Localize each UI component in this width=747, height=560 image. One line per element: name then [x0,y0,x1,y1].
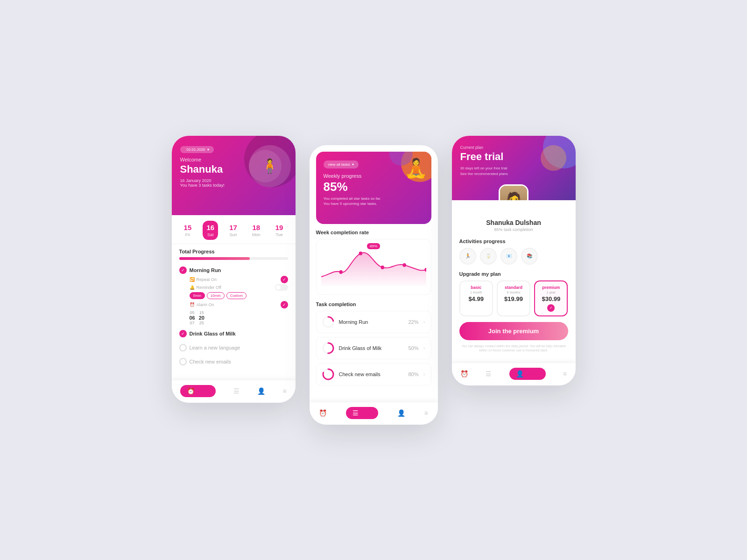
task-completion-title: Task completion [316,301,431,307]
tc-arrow-drink-milk: › [423,345,425,351]
tc-icon-drink-milk [322,342,334,354]
repeat-toggle[interactable]: ✓ [281,276,288,283]
screen-profile: Current plan Free trial 30 days left on … [452,136,576,386]
task-check-morning-run[interactable]: ✓ [179,266,187,274]
calendar-day-18[interactable]: 18 Mon [248,221,264,240]
calendar-day-15[interactable]: 15 Fri [180,221,196,240]
calendar-day-17[interactable]: 17 Sun [226,221,241,240]
progress-bar-fill [179,257,250,260]
week-completion-section: Week completion rate 89% [316,230,431,295]
user-avatar-wrap: 🧔 [499,184,529,200]
svg-point-1 [381,266,384,269]
bottom-nav-s3: ⏰ ☰ 👤 Profile ≡ [452,363,576,385]
day-num-18: 18 [252,224,260,231]
total-progress-section: Total Progress [172,244,296,262]
screen-today: 02.01.2020 ▾ Welcome Shanuka 16 January … [172,136,296,403]
task-drink-milk: ✓ Drink Glass of Milk [179,328,288,339]
alarm-label: Alarm On [197,302,214,307]
time-tag-row: 5min 10min Custom [190,292,288,299]
nav-today-s2[interactable]: ⏰ [319,409,327,417]
nav-profile[interactable]: 👤 [257,387,265,395]
day-name-sun: Sun [230,232,237,237]
time-tag-5min[interactable]: 5min [190,292,205,299]
tc-drink-milk[interactable]: Drink Glass of Milk 50% › [316,337,431,359]
weekly-sub2: You have 5 upcoming star tasks. [324,201,424,206]
nav-menu-s2[interactable]: ≡ [424,409,428,417]
calendar-strip: 15 Fri 16 Sat 17 Sun 18 Mon 19 Tue [172,215,296,244]
activity-circle-1: 🏃 [459,248,476,265]
plan-sub2: See the recommended plans [460,171,567,177]
menu-icon-s3: ≡ [563,370,567,378]
task-check-emails-icon[interactable] [179,358,187,365]
plan-cards: basic 1 month $4.99 standard 6 months $1… [459,280,568,316]
week-completion-title: Week completion rate [316,230,431,235]
task-sub-reminder: 🔔 Reminder Off [190,284,288,291]
chart-peak-label: 89% [367,243,380,249]
view-all-tasks-btn[interactable]: view all tasks ▾ [324,161,359,168]
menu-icon-s2: ≡ [424,409,428,417]
time-tag-10min[interactable]: 10min [207,292,225,299]
weekly-sub1: You completed all star tasks so far. [324,196,424,201]
nav-menu[interactable]: ≡ [282,387,286,395]
time-picker: 05 06 07 15 20 25 [190,310,288,325]
plan-card-premium[interactable]: premium 1 year $30.99 ✓ [534,280,568,316]
day-num-15: 15 [184,224,192,231]
s2-body: Week completion rate 89% [310,224,438,425]
nav-menu-s3[interactable]: ≡ [563,370,567,378]
plan-premium-period: 1 year [538,291,564,294]
user-completion: 85% task completion [459,227,568,232]
reminder-toggle[interactable] [275,284,288,291]
list-icon-s3: ☰ [486,370,492,378]
task-sub-repeat: 🔁 Repeat On ✓ [190,276,288,283]
today-icon-s3: ⏰ [460,370,468,378]
today-icon: ⏰ [187,387,195,395]
nav-profile-s2[interactable]: 👤 [397,409,405,417]
alarm-toggle[interactable]: ✓ [281,301,288,308]
task-check-milk[interactable]: ✓ [179,330,187,337]
weekly-pct: 85% [324,180,424,194]
nav-profile-s3[interactable]: 👤 Profile [509,368,546,380]
task-morning-run: ✓ Morning Run 🔁 Repeat On ✓ 🔔 Reminder O… [179,265,288,325]
activity-circle-4: 📚 [521,248,538,265]
calendar-day-16[interactable]: 16 Sat [203,221,218,240]
join-premium-button[interactable]: Join the premium [459,322,568,340]
username: Shanuka Dulshan [459,219,568,226]
tc-label-drink-milk: Drink Glass of Milk [339,345,404,351]
calendar-day-19[interactable]: 19 Tue [272,221,287,240]
task-title-milk: Drink Glass of Milk [190,331,236,336]
tc-arrow-check-emails: › [423,371,425,378]
activity-circle-2: 🥛 [480,248,497,265]
task-title-emails: Check new emails [190,359,231,364]
day-num-17: 17 [229,224,237,231]
plan-card-basic[interactable]: basic 1 month $4.99 [459,280,493,316]
nav-list[interactable]: ☰ [233,387,240,395]
time-col-mins: 15 20 25 [199,310,204,325]
tc-icon-check-emails [322,368,334,380]
date-pill[interactable]: 02.01.2020 ▾ [180,146,214,153]
plan-card-standard[interactable]: standard 6 months $19.99 [497,280,530,316]
time-tag-custom[interactable]: Custom [226,292,247,299]
day-name-fri: Fri [185,232,190,237]
week-icon: ☰ [352,409,359,417]
nav-week[interactable]: ☰ Week [346,407,378,419]
svg-point-2 [402,263,406,267]
task-learn-language: Learn a new language [179,342,288,353]
tc-check-emails[interactable]: Check new emails 80% › [316,363,431,385]
tc-pct-check-emails: 80% [408,371,418,377]
tc-label-morning-run: Morning Run [339,319,404,325]
nav-week-label: Week [361,411,372,415]
tc-arrow-morning-run: › [423,319,425,325]
reminder-label: Reminder Off [197,285,221,290]
tc-morning-run[interactable]: Morning Run 22% › [316,311,431,333]
task-check-emails: Check new emails [179,356,288,367]
task-check-language[interactable] [179,344,187,351]
s3-body: Shanuka Dulshan 85% task completion Acti… [452,200,576,386]
repeat-label: Repeat On [197,277,217,282]
nav-today[interactable]: ⏰ Today [180,385,216,397]
repeat-icon: 🔁 [190,277,195,282]
nav-today-label: Today [197,389,209,393]
nav-today-s3[interactable]: ⏰ [460,370,468,378]
date-dropdown-icon[interactable]: ▾ [207,147,209,152]
day-num-16: 16 [206,224,214,231]
nav-list-s3[interactable]: ☰ [486,370,492,378]
